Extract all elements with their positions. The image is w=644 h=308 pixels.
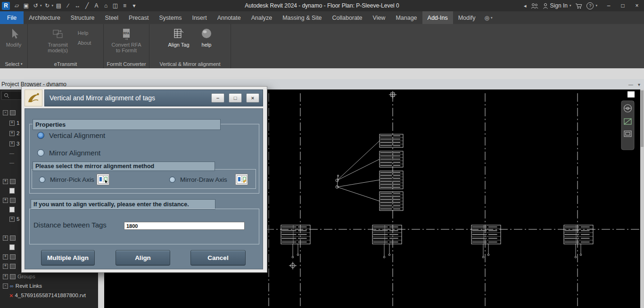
mirror-draw-axis-icon-button[interactable]	[235, 174, 248, 185]
browser-item[interactable]: +	[3, 252, 17, 261]
distance-input[interactable]	[124, 222, 245, 230]
canvas-scrollbar-thumb[interactable]	[641, 90, 644, 147]
redo-icon[interactable]: ↻	[43, 1, 51, 10]
tree-expander[interactable]: -	[3, 284, 8, 289]
tree-expander[interactable]: +	[3, 198, 8, 203]
ribbon-tab-view[interactable]: View	[368, 11, 391, 24]
browser-item[interactable]: +	[3, 177, 17, 186]
panel-label-vertical-mirror: Vertical & Mirror alignment	[149, 60, 231, 68]
close-button[interactable]: ×	[630, 0, 644, 11]
view-icon	[9, 207, 15, 212]
align-button[interactable]: Align	[116, 250, 170, 266]
mirror-pick-axis-icon-button[interactable]	[97, 174, 109, 185]
ribbon-tab-annotate[interactable]: Annotate	[212, 11, 246, 24]
vertical-alignment-radio[interactable]	[37, 132, 44, 139]
dialog-minimize-button[interactable]: –	[211, 93, 224, 103]
nav-back-icon[interactable]: ◂	[524, 3, 527, 9]
tree-expander[interactable]: +	[3, 179, 8, 184]
ribbon-tab-insert[interactable]: Insert	[187, 11, 212, 24]
browser-item[interactable]: +	[3, 196, 17, 204]
ribbon-tab-modify[interactable]: Modify	[453, 11, 481, 24]
mirror-draw-axis-radio[interactable]	[169, 177, 175, 183]
transmit-models-button[interactable]: Transmit model(s)	[40, 26, 76, 53]
tree-expander[interactable]: +	[9, 217, 15, 222]
minimize-button[interactable]: –	[602, 0, 616, 11]
browser-item-groups[interactable]: +Groups	[3, 272, 35, 281]
browser-item[interactable]: +	[3, 262, 17, 270]
ribbon-tab-systems[interactable]: Systems	[154, 11, 187, 24]
collaborate-users-icon[interactable]	[531, 3, 538, 9]
addin-help-button[interactable]: help	[196, 26, 217, 48]
default-3d-view-icon[interactable]: ⌂	[102, 1, 110, 10]
dialog-close-button[interactable]: ×	[246, 93, 259, 103]
etransmit-about-button[interactable]: About	[78, 40, 91, 46]
dialog-maximize-button[interactable]: □	[229, 93, 242, 103]
model-line-icon[interactable]: ╱	[83, 1, 91, 10]
multiple-align-button[interactable]: Multiple Align	[41, 250, 95, 266]
tree-expander[interactable]: +	[3, 274, 8, 279]
folder-icon	[10, 110, 16, 115]
convert-rfa-button[interactable]: RFA Convert RFA to FormIt	[108, 26, 144, 53]
tree-expander[interactable]: +	[3, 254, 8, 259]
browser-item[interactable]	[9, 186, 17, 195]
tree-expander[interactable]: +	[3, 264, 8, 269]
browser-item[interactable]	[9, 243, 17, 251]
ribbon-tab-add-ins[interactable]: Add-Ins	[422, 11, 453, 24]
thin-lines-icon[interactable]: ≡	[121, 1, 129, 10]
ribbon-tab-massing-site[interactable]: Massing & Site	[277, 11, 327, 24]
view-tab-scroll-icon[interactable]: —	[628, 82, 633, 87]
panel-label-select[interactable]: Select ▾	[0, 60, 27, 68]
print-icon[interactable]: ▤	[55, 1, 63, 10]
measure-icon[interactable]: ∕	[64, 1, 72, 10]
browser-item[interactable]: -	[3, 108, 17, 117]
ribbon-tab-manage[interactable]: Manage	[390, 11, 422, 24]
view-tab-list-caret-icon[interactable]: ▾	[638, 82, 640, 87]
help-menu[interactable]: ? ▾	[586, 2, 597, 9]
ribbon-tab-structure[interactable]: Structure	[66, 11, 100, 24]
revit-logo-icon[interactable]: R	[2, 2, 10, 10]
section-icon[interactable]: ◫	[111, 1, 119, 10]
browser-item-1[interactable]: +1	[9, 119, 19, 127]
browser-item[interactable]: +	[3, 234, 17, 242]
ribbon-tab-collaborate[interactable]: Collaborate	[327, 11, 368, 24]
modify-button[interactable]: Modify	[0, 26, 27, 48]
ribbon-tab-steel[interactable]: Steel	[100, 11, 124, 24]
browser-item-3[interactable]: +3	[9, 139, 19, 148]
tree-expander[interactable]: +	[9, 141, 15, 146]
redo-icon-dropdown[interactable]: ▾	[52, 4, 54, 8]
ribbon-tab-precast[interactable]: Precast	[124, 11, 154, 24]
text-icon[interactable]: A	[92, 1, 100, 10]
browser-item-revit-links[interactable]: -∞Revit Links	[3, 282, 42, 290]
browser-item-5[interactable]: +5	[9, 215, 19, 223]
ribbon-display-toggle[interactable]: ◎ ▾	[485, 11, 493, 24]
tree-expander[interactable]: +	[3, 235, 8, 241]
browser-item[interactable]: —	[9, 149, 16, 157]
browser-item-2[interactable]: +2	[9, 129, 19, 138]
customize-quick-access-icon[interactable]: ▾	[130, 1, 138, 10]
align-tag-button[interactable]: Align Tag	[163, 26, 194, 48]
browser-item-4-5769165587141887800-rvt[interactable]: ×4_5769165587141887800.rvt	[9, 291, 86, 300]
cancel-button[interactable]: Cancel	[190, 250, 246, 266]
mirror-alignment-radio[interactable]	[37, 149, 44, 156]
open-file-icon[interactable]: ▱	[13, 1, 21, 10]
mirror-draw-icon	[237, 175, 247, 184]
save-icon[interactable]: ▣	[22, 1, 30, 10]
undo-icon[interactable]: ↺	[32, 1, 40, 10]
ribbon-tab-analyze[interactable]: Analyze	[246, 11, 277, 24]
dialog-titlebar[interactable]: Vertical and Mirror alignment of tags – …	[44, 89, 263, 106]
aligned-dimension-icon[interactable]: ↔	[74, 1, 82, 10]
browser-item[interactable]	[9, 205, 17, 214]
store-cart-icon[interactable]	[575, 3, 582, 9]
tree-expander[interactable]: +	[9, 131, 15, 136]
ribbon-tab-file[interactable]: File	[0, 11, 24, 24]
browser-item[interactable]: —	[9, 158, 16, 167]
window-title: Autodesk Revit 2024 - dynamo - Floor Pla…	[245, 0, 399, 11]
tree-expander[interactable]: -	[3, 110, 8, 115]
undo-icon-dropdown[interactable]: ▾	[40, 4, 42, 8]
maximize-button[interactable]: □	[616, 0, 630, 11]
etransmit-help-button[interactable]: Help	[78, 30, 91, 36]
ribbon-tab-architecture[interactable]: Architecture	[24, 11, 66, 24]
sign-in-button[interactable]: Sign In ▾	[543, 2, 571, 9]
tree-expander[interactable]: +	[9, 121, 15, 126]
mirror-pick-axis-radio[interactable]	[39, 177, 45, 183]
